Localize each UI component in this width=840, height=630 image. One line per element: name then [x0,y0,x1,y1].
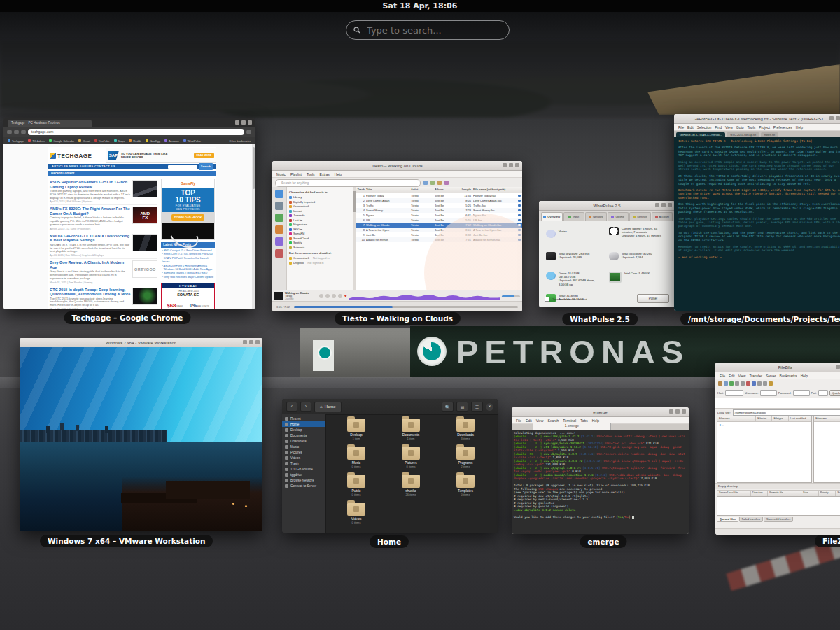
files-headerbar: ‹ › ⌂Home 🔍 ▤ ☰ × [282,399,498,415]
petronas-wordmark: PETRONAS [456,332,690,371]
bookmark-item: Techgage [8,139,24,143]
track-position-slider [294,306,518,308]
minimize-icon [669,410,673,414]
clementine-title: Tiësto – Walking on Clouds [372,164,423,168]
window-thumb-vmware[interactable]: Windows 7 x64 - VMware Workstation [20,338,262,531]
maximize-icon [241,120,246,125]
service-icon [289,219,292,222]
search-input[interactable] [365,24,502,36]
tab-uptime: Uptime [608,212,629,220]
window-thumb-terminal[interactable]: emerge FileEditViewSearchTerminalTabsHel… [512,407,689,534]
clock[interactable]: Sat 18 Apr, 18:06 [383,1,458,10]
process-queue-icon [729,382,734,386]
service-icon [289,210,292,213]
whatpulse-logo-icon [546,230,556,238]
window-thumb-sublime[interactable]: GeForce-GTX-TITAN-X-Overclocking.txt - S… [674,114,840,311]
username-field [760,390,777,396]
sublime-menubar: FileEditSelectionFindViewGotoToolsProjec… [674,124,840,131]
service-icon [289,237,292,240]
guest-wallpaper-skyline [20,430,167,442]
window-thumb-filezilla[interactable]: FileZilla FileEditViewTransferServerBook… [715,363,840,535]
gamefly-ad-art [162,223,214,239]
love-icon: ♥ [344,294,347,298]
service-icon [289,228,292,231]
sap-ad-banner: SAP SO YOU CAN ENGAGE THEM LIKE NEVER BE… [106,148,216,163]
whatpulse-tabs: Overview Input Network Uptime Settings A… [539,211,675,221]
format-icon [518,204,521,207]
format-icon [518,200,521,202]
sidebar-item-home: Home [282,421,326,427]
article-thumb-amd-fx: AMDFX [132,206,158,224]
cpu-icon [609,272,622,283]
chrome-tab-strip: Techgage – PC Hardware Reviews [4,118,255,127]
site-search-input [168,165,197,169]
filezilla-menubar: FileEditViewTransferServerBookmarksHelp [715,372,840,379]
folder-icon [456,419,475,432]
parent-directory-row: ▸.. [718,422,811,427]
gamefly-logo: GameFly [162,179,214,188]
article-item: ASUS Republic of Gamers G751JY 17-inch G… [50,178,158,205]
album-art [274,292,283,300]
reload-icon [21,130,26,134]
home-icon: ⌂ [320,402,323,411]
close-icon: × [486,403,493,411]
download-ebook-button: DOWNLOAD eBOOK [172,214,204,220]
window-controls [830,116,840,120]
host-field [725,390,743,396]
tab-settings: Settings [629,212,651,220]
site-search: Search [168,164,213,169]
favicon [94,139,97,142]
petronas-logo-icon [417,337,447,366]
favicon [49,139,52,142]
account-icon [655,216,658,218]
bookmark-item: Google Calendar [49,139,74,143]
article-thumb-laptop [132,180,158,197]
folder-icon [402,419,420,432]
window-thumb-clementine[interactable]: Tiësto – Walking on Clouds MusicPlaylist… [272,161,522,312]
sublime-title: GeForce-GTX-TITAN-X-Overclocking.txt - S… [694,117,830,121]
clementine-player-bar: Walking on CloudsTiëstoJust Be ♥ [272,290,522,302]
files-grid: Desktop1 item Documents1 item Downloads3… [326,414,498,533]
sidebar-item-trash: Trash [282,461,326,466]
close-icon [515,163,519,167]
address-bar: techgage.com [28,129,244,135]
wallpaper-small-petronas-sign [313,340,334,371]
sublime-editor: Intro: GeForce GTX TITAN X – Overclockin… [674,136,840,311]
cancel-icon [746,382,750,386]
close-icon [248,120,252,125]
overview-search[interactable] [346,20,510,40]
sidebar-item-documents: Documents [282,433,326,438]
stat-network: Down: 18.07GBUp: 45.71GBUnpulsed: 997.62… [546,272,594,286]
latest-news-list: AMD Catalyst 15.4 Beta Driver Released I… [161,248,215,281]
bookmark-item: YouTube [94,139,110,143]
shuffle-icon [438,181,442,185]
window-thumb-whatpulse[interactable]: WhatPulse 2.5 Overview Input Network Upt… [539,201,675,307]
folder-icon [402,447,420,460]
sap-ad-text: SO YOU CAN ENGAGE THEM LIKE NEVER BEFORE… [121,152,172,159]
folder-up-icon: ▸ [720,423,721,426]
folder-desktop: Desktop1 item [334,419,379,440]
folder-downloads: Downloads3 items [443,419,488,440]
track-row: 2Love Comes AgainTiëstoJust Be8:05Love C… [356,198,522,203]
window-caption-whatpulse: WhatPulse 2.5 [562,313,638,326]
window-caption-terminal: emerge [580,536,627,548]
quickconnect-bar: Host: Username: Password: Port: Quickcon… [715,388,840,398]
window-thumb-chrome[interactable]: Techgage – PC Hardware Reviews techgage.… [4,118,255,309]
folder-music: Music0 items [334,447,379,468]
warning-icon [289,257,292,260]
window-thumb-files[interactable]: ‹ › ⌂Home 🔍 ▤ ☰ × Recent Home Desktop Do… [282,399,498,533]
sidebar-item-desktop: Desktop [282,427,326,433]
search-icon [354,27,360,34]
warning-icon [289,262,292,265]
activities-overview: PETRONAS Techgage – PC Hardware Reviews … [0,0,840,630]
music-icon [285,445,288,449]
previous-icon [319,294,323,298]
chrome-toolbar: techgage.com [4,127,255,137]
find-files-icon [769,382,773,386]
format-icon [518,219,521,222]
bookmark-item: Amazon [164,139,179,143]
tab-overview: Overview [541,212,563,220]
favicon [183,139,186,142]
path-button-home: ⌂Home [314,402,342,412]
moodbar-seekbar [349,293,500,300]
